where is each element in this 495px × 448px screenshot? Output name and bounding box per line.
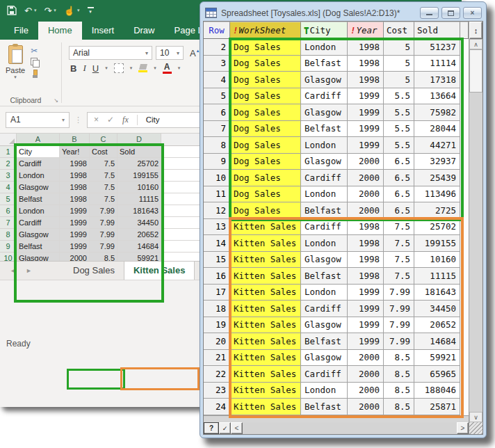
xl-cell[interactable]: Glasgow [17, 182, 60, 193]
viewer-col-header-year[interactable]: !Year [348, 22, 384, 39]
clipboard-dialog-launcher-icon[interactable]: ↘ [54, 97, 58, 104]
xl-grid-corner[interactable] [0, 134, 17, 146]
viewer-cell-year[interactable]: 1998 [348, 72, 384, 88]
viewer-row-header-15[interactable]: 15 [204, 252, 230, 269]
viewer-col-header-row[interactable]: Row [204, 22, 230, 39]
xl-col-header-c[interactable]: C [90, 134, 117, 146]
viewer-cell-city[interactable]: Belfast [301, 268, 348, 285]
hscroll-track[interactable] [243, 422, 457, 434]
close-button[interactable]: × [463, 7, 482, 19]
xl-cell[interactable]: 10160 [117, 182, 161, 193]
viewer-cell-sold[interactable]: 14684 [414, 333, 460, 350]
xl-cell[interactable]: 14684 [117, 241, 161, 253]
viewer-row-header-17[interactable]: 17 [204, 285, 230, 301]
viewer-cell-year[interactable]: 1999 [348, 121, 384, 138]
viewer-cell-city[interactable]: Glasgow [301, 350, 348, 367]
xl-cell[interactable]: Cardiff [17, 158, 60, 170]
xl-cell[interactable]: 1998 [60, 182, 90, 193]
viewer-cell-year[interactable]: 1999 [348, 88, 384, 105]
xl-cell[interactable]: 1999 [60, 229, 90, 241]
viewer-cell-worksheet[interactable]: Kitten Sales [230, 333, 301, 350]
redo-button[interactable]: ↷▾ [44, 6, 56, 15]
viewer-cell-worksheet[interactable]: Kitten Sales [230, 235, 301, 252]
viewer-cell-sold[interactable]: 11114 [414, 56, 460, 72]
viewer-cell-worksheet[interactable]: Kitten Sales [230, 268, 301, 285]
viewer-cell-cost[interactable]: 7.5 [384, 268, 414, 285]
bold-button[interactable]: B [70, 63, 76, 74]
viewer-cell-cost[interactable]: 6.5 [384, 186, 414, 203]
viewer-cell-sold[interactable]: 34450 [414, 301, 460, 317]
viewer-cell-year[interactable]: 2000 [348, 383, 384, 399]
viewer-cell-city[interactable]: Glasgow [301, 154, 348, 170]
vscroll-up-icon[interactable]: ∧ [469, 39, 482, 49]
undo-caret-icon[interactable]: ▾ [34, 8, 37, 13]
xl-row-header-1[interactable]: 1 [0, 146, 17, 158]
viewer-cell-year[interactable]: 2000 [348, 366, 384, 383]
viewer-cell-city[interactable]: Glasgow [301, 317, 348, 334]
viewer-cell-year[interactable]: 1998 [348, 56, 384, 72]
xl-cell[interactable]: 1999 [60, 205, 90, 217]
underline-caret-icon[interactable]: ▾ [105, 65, 108, 71]
viewer-cell-sold[interactable]: 75982 [414, 104, 460, 121]
viewer-cell-cost[interactable]: 5 [384, 56, 414, 72]
viewer-cell-cost[interactable]: 7.5 [384, 235, 414, 252]
touch-mode-caret-icon[interactable]: ▾ [77, 8, 80, 13]
viewer-col-header-city[interactable]: TCity [301, 22, 348, 39]
xl-row-header-10[interactable]: 10 [0, 253, 17, 261]
viewer-cell-sold[interactable]: 199155 [414, 235, 460, 252]
viewer-cell-cost[interactable]: 8.5 [384, 399, 414, 415]
viewer-row-header-8[interactable]: 8 [204, 137, 230, 154]
xl-cell[interactable]: 7.99 [90, 229, 117, 241]
viewer-cell-sold[interactable]: 10160 [414, 252, 460, 269]
sheet-tab-kitten-sales[interactable]: Kitten Sales [124, 262, 195, 280]
viewer-cell-sold[interactable]: 2725 [414, 202, 460, 219]
font-color-button-icon[interactable]: A [163, 63, 172, 74]
resize-grip[interactable] [469, 422, 482, 434]
viewer-cell-cost[interactable]: 5 [384, 72, 414, 88]
viewer-cell-sold[interactable]: 32937 [414, 154, 460, 170]
viewer-cell-worksheet[interactable]: Kitten Sales [230, 285, 301, 301]
viewer-cell-city[interactable]: London [301, 186, 348, 203]
viewer-row-header-24[interactable]: 24 [204, 399, 230, 415]
viewer-cell-cost[interactable]: 7.99 [384, 285, 414, 301]
xl-row-header-9[interactable]: 9 [0, 241, 17, 253]
viewer-cell-cost[interactable]: 5.5 [384, 88, 414, 105]
xl-cell[interactable]: 7.5 [90, 182, 117, 193]
xl-cell[interactable]: 1998 [60, 170, 90, 182]
restore-button[interactable] [441, 7, 460, 19]
touch-mode-button[interactable]: ☝▾ [64, 6, 80, 15]
xl-cell[interactable]: 1999 [60, 217, 90, 229]
viewer-cell-worksheet[interactable]: Kitten Sales [230, 399, 301, 415]
xl-cell[interactable]: 25702 [117, 158, 161, 170]
viewer-cell-cost[interactable]: 7.99 [384, 333, 414, 350]
viewer-col-header-sold[interactable]: Sold [414, 22, 460, 39]
viewer-cell-worksheet[interactable]: Kitten Sales [230, 219, 301, 236]
viewer-cell-city[interactable]: Glasgow [301, 104, 348, 121]
viewer-titlebar[interactable]: Spreadsheet [Toysales.xls] (Dog Sales!A2… [203, 5, 483, 21]
viewer-cell-worksheet[interactable]: Kitten Sales [230, 383, 301, 399]
viewer-cell-city[interactable]: Cardiff [301, 219, 348, 236]
viewer-cell-worksheet[interactable]: Kitten Sales [230, 252, 301, 269]
ribbon-tab-home[interactable]: Home [38, 22, 82, 40]
borders-caret-icon[interactable]: ▾ [130, 65, 133, 71]
xl-cell[interactable]: 7.5 [90, 170, 117, 182]
viewer-cell-city[interactable]: Belfast [301, 202, 348, 219]
viewer-cell-worksheet[interactable]: Kitten Sales [230, 366, 301, 383]
paste-caret-icon[interactable]: ▾ [14, 74, 17, 80]
viewer-cell-year[interactable]: 1999 [348, 301, 384, 317]
viewer-cell-city[interactable]: Cardiff [301, 88, 348, 105]
viewer-cell-year[interactable]: 1999 [348, 104, 384, 121]
font-color-caret-icon[interactable]: ▾ [178, 65, 181, 71]
viewer-cell-year[interactable]: 1999 [348, 137, 384, 154]
viewer-cell-sold[interactable]: 188046 [414, 383, 460, 399]
xl-row-header-2[interactable]: 2 [0, 158, 17, 170]
viewer-row-header-10[interactable]: 10 [204, 170, 230, 186]
help-button[interactable]: ? [204, 422, 219, 434]
xl-cell[interactable]: 8.5 [90, 253, 117, 261]
viewer-cell-city[interactable]: Cardiff [301, 170, 348, 186]
viewer-cell-year[interactable]: 1999 [348, 333, 384, 350]
font-size-select[interactable]: 10▾ [156, 46, 184, 60]
italic-button[interactable]: I [83, 63, 86, 74]
viewer-cell-cost[interactable]: 6.5 [384, 154, 414, 170]
viewer-cell-worksheet[interactable]: Dog Sales [230, 56, 301, 72]
